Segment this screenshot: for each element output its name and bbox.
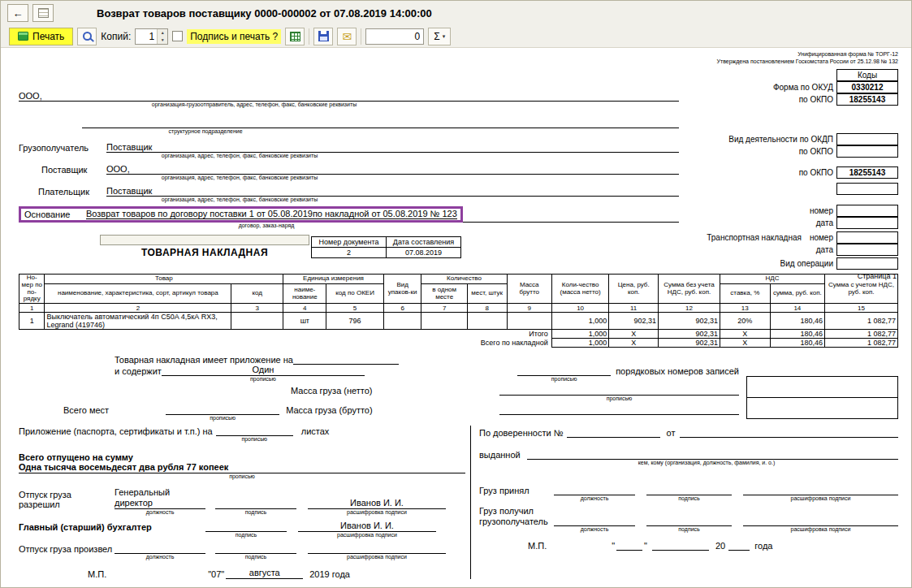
propisyu-caption-3: прописью <box>499 396 739 403</box>
date-month: августа <box>226 568 303 579</box>
col-unitname-header: наиме-нование <box>283 284 326 304</box>
colnum-13: 13 <box>720 304 770 313</box>
made-position-blank <box>115 543 205 554</box>
totals-x2: X <box>720 330 770 339</box>
attachment-label: Товарная накладная имеет приложение на <box>115 355 293 365</box>
colnum-4: 4 <box>283 304 326 313</box>
decode-caption-3: расшифровка подписи <box>308 554 446 561</box>
totals-total: 1 082,77 <box>824 330 897 339</box>
propisyu-caption-5: прописью <box>216 436 293 443</box>
doc-number-value: 2 <box>312 247 387 257</box>
records-label: порядковых номеров записей <box>616 366 739 376</box>
grand-vat: 180,46 <box>770 339 824 348</box>
issued-label: выданной <box>479 450 521 460</box>
total-places-label: Всего мест <box>63 405 109 415</box>
sign-caption-2: подпись <box>205 532 287 539</box>
goda-label: года <box>754 541 772 551</box>
unified-form-note: Унифицированная форма № ТОРГ-12 <box>19 51 898 58</box>
basis-date-box <box>836 217 898 229</box>
accountant-name-value: Иванов И. И. <box>298 521 436 532</box>
mass-gross-box <box>746 397 898 419</box>
footer-right-column: По доверенности № от выданной кем, кому … <box>470 426 898 579</box>
release-name-value: Иванов И. И. <box>308 498 446 509</box>
made-sign-blank <box>215 543 296 554</box>
total-places-field: прописью <box>166 404 279 422</box>
save-button[interactable] <box>313 28 333 45</box>
mass-net-blank <box>499 385 739 396</box>
copies-label: Копий: <box>101 31 131 42</box>
contains-count-value: Один <box>162 365 365 376</box>
okpo-label-supplier: по ОКПО <box>799 168 833 177</box>
table-grid-icon <box>290 32 300 41</box>
magnifier-icon <box>83 32 92 41</box>
made-decode-field: расшифровка подписи <box>308 543 446 561</box>
totals-qty: 1,000 <box>551 330 608 339</box>
back-button[interactable]: ← <box>7 4 28 22</box>
payer-caption: организация, адрес, телефон, факс, банко… <box>110 197 370 202</box>
accepted-decode-field: расшифровка подписи <box>743 485 898 503</box>
basis-underline <box>463 212 679 223</box>
print-button[interactable]: Печать <box>9 28 73 45</box>
col-vatrate-header: ставка, % <box>720 284 770 304</box>
supplier-label: Поставщик <box>19 165 103 175</box>
colnum-1: 1 <box>19 304 45 313</box>
col-tovar-group: Товар <box>45 275 283 284</box>
app-window: ← Возврат товаров поставщику 0000-000002… <box>0 0 912 588</box>
totals-row: Итого 1,000 X 902,31 X 180,46 1 082,77 <box>19 330 898 339</box>
mass-code-boxes <box>746 377 898 419</box>
appendix-label: Приложение (паспорта, сертификаты и т.п.… <box>19 426 213 436</box>
total-sum-label-text: Всего отпущено на сумму <box>19 452 133 462</box>
okpo-label-consignee: по ОКПО <box>799 147 833 156</box>
total-places-blank <box>166 404 279 415</box>
print-preview-document: Унифицированная форма № ТОРГ-12 Утвержде… <box>1 48 911 587</box>
colnum-3: 3 <box>231 304 283 313</box>
sign-caption-3: подпись <box>215 554 296 561</box>
sender-caption: организация-грузоотправитель, адрес, тел… <box>100 102 408 107</box>
day-blank <box>616 540 642 551</box>
transport-waybill-label: Транспортная накладная <box>707 233 802 242</box>
copies-input[interactable] <box>136 29 157 44</box>
approved-note: Утверждена постановлением Госкомстата Ро… <box>19 58 898 66</box>
release-allowed-label: Отпуск груза разрешил <box>19 490 115 509</box>
col-unit-group: Единица измерения <box>283 275 384 284</box>
colnum-6: 6 <box>383 304 421 313</box>
cell-vatsum: 180,46 <box>770 313 824 330</box>
page-icon <box>38 8 49 18</box>
cell-places <box>467 313 507 330</box>
report-settings-button[interactable] <box>285 28 305 45</box>
email-button[interactable]: ✉ <box>337 28 357 45</box>
document-icon-button[interactable] <box>32 4 54 22</box>
mass-net-field: прописью <box>499 385 739 403</box>
totals-x1: X <box>609 330 659 339</box>
okpo-consignee-box <box>836 145 898 158</box>
cargo-received-line1: Груз получил <box>479 506 554 517</box>
envelope-icon: ✉ <box>342 31 352 42</box>
made-sign-field: подпись <box>215 543 296 561</box>
cell-num: 1 <box>19 313 45 330</box>
parties-block: ООО, организация-грузоотправитель, адрес… <box>19 90 679 258</box>
counter-input[interactable] <box>365 28 424 45</box>
preview-button[interactable] <box>77 28 97 45</box>
accountant-sign-field: подпись <box>205 521 287 539</box>
sign-print-label[interactable]: Подпись и печать ? <box>187 29 281 44</box>
sign-print-checkbox[interactable] <box>172 31 183 41</box>
totals-sum: 902,31 <box>659 330 720 339</box>
cell-name: Выключатель автоматический 4п C50A 4,5кА… <box>45 313 231 330</box>
spin-down-icon[interactable]: ▼ <box>158 37 167 44</box>
cell-qty: 1,000 <box>551 313 608 330</box>
basis-value: Возврат товаров по договору поставки 1 о… <box>86 209 457 219</box>
colnum-11: 11 <box>609 304 659 313</box>
colnum-7: 7 <box>421 304 467 313</box>
cell-code <box>231 313 283 330</box>
sign-caption-5: подпись <box>646 526 732 534</box>
structural-caption: структурное подразделение <box>100 128 311 134</box>
date-month-field: августа <box>226 568 303 579</box>
sum-button[interactable]: Σ ▾ <box>428 28 451 45</box>
mass-net-label: Масса груза (нетто) <box>291 386 373 396</box>
issued-caption: кем, кому (организация, должность, фамил… <box>552 460 861 465</box>
document-title: ТОВАРНАЯ НАКЛАДНАЯ <box>100 245 309 258</box>
codes-column: Коды Форма по ОКУД0330212 по ОКПО1825514… <box>681 69 898 280</box>
col-qty-group: Количество <box>421 275 507 284</box>
spin-up-icon[interactable]: ▲ <box>158 29 167 37</box>
cell-inplace <box>421 313 467 330</box>
